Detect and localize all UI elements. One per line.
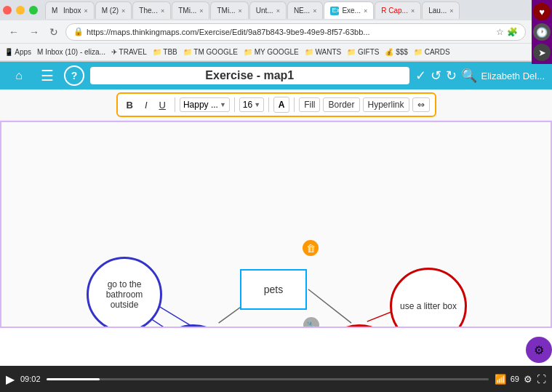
tab-2[interactable]: M (2) × xyxy=(95,1,132,19)
bookmark-mygoogle[interactable]: 📁 MY GOOGLE xyxy=(244,48,299,56)
video-fullscreen-button[interactable]: ⛶ xyxy=(537,374,546,385)
browser-chrome: M Inbox × M (2) × The... × TMi... × TM xyxy=(0,0,552,62)
tab-lau[interactable]: Lau... × xyxy=(422,1,460,19)
bookmark-inbox[interactable]: M Inbox (10) - eliza... xyxy=(37,48,105,56)
bathroom-label: go to the bathroom outside xyxy=(89,275,160,314)
tab-label: R Cap... xyxy=(381,7,408,15)
cats-circle[interactable]: CATS xyxy=(320,324,399,328)
pets-label: pets xyxy=(264,284,283,295)
bookmark-wants[interactable]: 📁 WANTS xyxy=(305,48,342,56)
tab-close[interactable]: × xyxy=(84,7,87,15)
tab-favicon: Ex xyxy=(330,7,339,15)
menu-button[interactable]: ☰ xyxy=(36,65,58,87)
bookmark-icon[interactable]: ☆ xyxy=(496,27,504,37)
back-button[interactable]: ← xyxy=(6,25,22,39)
tab-bar: M Inbox × M (2) × The... × TMi... × TM xyxy=(0,0,552,20)
extensions-icon[interactable]: 🧩 xyxy=(507,27,518,37)
traffic-light-yellow[interactable] xyxy=(16,6,25,15)
undo-button[interactable]: ↺ xyxy=(431,68,441,84)
traffic-light-green[interactable] xyxy=(29,6,38,15)
video-progress-bar[interactable] xyxy=(47,378,489,380)
divider4 xyxy=(294,97,295,112)
url-box[interactable]: 🔒 https://maps.thinkingmaps.com/Exercise… xyxy=(65,23,526,41)
search-button[interactable]: 🔍 xyxy=(461,68,477,84)
bold-button[interactable]: B xyxy=(122,98,137,112)
bathroom-circle[interactable]: go to the bathroom outside xyxy=(87,257,162,328)
litter-circle[interactable]: use a litter box xyxy=(390,268,467,328)
tab-exercise[interactable]: Ex Exe... × xyxy=(324,1,374,19)
tab-label: TMi... xyxy=(178,7,196,15)
purple-gear-button[interactable]: ⚙ xyxy=(526,337,552,363)
url-text: https://maps.thinkingmaps.com/Exercise/E… xyxy=(87,28,493,36)
delete-icon-button[interactable]: 🗑 xyxy=(303,240,319,256)
align-button[interactable]: ⇔ xyxy=(412,97,430,112)
main-canvas[interactable]: 🗑 🔧 pets DOGS CATS go to the bathroom ou… xyxy=(0,121,552,328)
check-button[interactable]: ✓ xyxy=(415,68,426,84)
tabs-list: M Inbox × M (2) × The... × TMi... × TM xyxy=(45,1,535,19)
send-icon-button[interactable]: ➤ xyxy=(533,44,551,61)
wrench-icon-button[interactable]: 🔧 xyxy=(303,317,319,328)
size-dropdown[interactable]: 16 ▼ xyxy=(239,97,264,112)
tab-close[interactable]: × xyxy=(199,7,203,15)
help-button[interactable]: ? xyxy=(64,65,84,86)
dogs-circle[interactable]: DOGS xyxy=(154,324,233,328)
tab-close[interactable]: × xyxy=(449,7,453,15)
user-label: Elizabeth Del... xyxy=(481,71,545,81)
heart-icon-button[interactable]: ♥ xyxy=(533,3,551,20)
app-toolbar-right: ✓ ↺ ↻ 🔍 Elizabeth Del... xyxy=(415,68,545,84)
hyperlink-button[interactable]: Hyperlink xyxy=(363,97,409,112)
tab-inbox[interactable]: M Inbox × xyxy=(45,1,95,19)
divider1 xyxy=(175,97,175,112)
border-button[interactable]: Border xyxy=(323,97,359,112)
traffic-lights xyxy=(3,6,38,15)
size-value: 16 xyxy=(243,100,252,110)
address-bar: ← → ↻ 🔒 https://maps.thinkingmaps.com/Ex… xyxy=(0,20,552,44)
video-play-button[interactable]: ▶ xyxy=(6,372,15,386)
format-toolbar: B I U Happy ... ▼ 16 ▼ A Fill Border Hyp… xyxy=(116,92,436,117)
tab-close[interactable]: × xyxy=(238,7,241,15)
home-button[interactable]: ⌂ xyxy=(7,64,31,87)
traffic-light-red[interactable] xyxy=(3,6,12,15)
bookmark-travel[interactable]: ✈ TRAVEL xyxy=(111,48,147,56)
app-title: Exercise - map1 xyxy=(90,67,409,84)
tab-label: Exe... xyxy=(342,7,361,15)
font-arrow: ▼ xyxy=(220,101,226,108)
tab-3[interactable]: The... × xyxy=(132,1,171,19)
font-dropdown[interactable]: Happy ... ▼ xyxy=(180,97,230,112)
video-bar-right: 📶 69 ⚙ ⛶ xyxy=(495,374,546,385)
bookmark-apps[interactable]: 📱 Apps xyxy=(4,48,31,56)
font-value: Happy ... xyxy=(183,100,218,110)
bookmark-tmgoogle[interactable]: 📁 TM GOOGLE xyxy=(183,48,238,56)
redo-button[interactable]: ↻ xyxy=(446,68,457,84)
litter-label: use a litter box xyxy=(396,297,461,316)
divider3 xyxy=(268,97,269,112)
bookmark-tbb[interactable]: 📁 TBB xyxy=(153,48,177,56)
signal-icon: 📶 xyxy=(495,374,506,385)
pets-circle[interactable]: pets xyxy=(240,269,307,310)
fill-button[interactable]: Fill xyxy=(299,97,320,112)
canvas-container: 🗑 🔧 pets DOGS CATS go to the bathroom ou… xyxy=(1,122,551,327)
tab-close[interactable]: × xyxy=(161,7,164,15)
tab-tmi2[interactable]: TMi... × xyxy=(210,1,248,19)
tab-ne[interactable]: NE... × xyxy=(287,1,324,19)
bookmark-gifts[interactable]: 📁 GIFTS xyxy=(347,48,379,56)
color-button[interactable]: A xyxy=(273,97,289,113)
app-toolbar: ⌂ ☰ ? Exercise - map1 ✓ ↺ ↻ 🔍 Elizabeth … xyxy=(0,62,552,89)
video-settings-button[interactable]: ⚙ xyxy=(524,374,532,385)
tab-close[interactable]: × xyxy=(411,7,415,15)
tab-cap[interactable]: R Cap... × xyxy=(375,1,421,19)
bookmark-cards[interactable]: 📁 CARDS xyxy=(414,48,450,56)
underline-button[interactable]: U xyxy=(155,98,170,112)
tab-close[interactable]: × xyxy=(121,7,125,15)
tab-unt[interactable]: Unt... × xyxy=(249,1,287,19)
tab-close[interactable]: × xyxy=(313,7,316,15)
bookmark-money[interactable]: 💰 $$$ xyxy=(385,48,407,56)
forward-button[interactable]: → xyxy=(26,25,42,39)
italic-button[interactable]: I xyxy=(140,98,152,112)
tab-tmi1[interactable]: TMi... × xyxy=(172,1,209,19)
tab-close[interactable]: × xyxy=(364,7,367,15)
tab-close[interactable]: × xyxy=(276,7,280,15)
clock-icon-button[interactable]: 🕐 xyxy=(533,23,551,41)
bookmarks-bar: 📱 Apps M Inbox (10) - eliza... ✈ TRAVEL … xyxy=(0,44,552,61)
refresh-button[interactable]: ↻ xyxy=(47,25,61,39)
